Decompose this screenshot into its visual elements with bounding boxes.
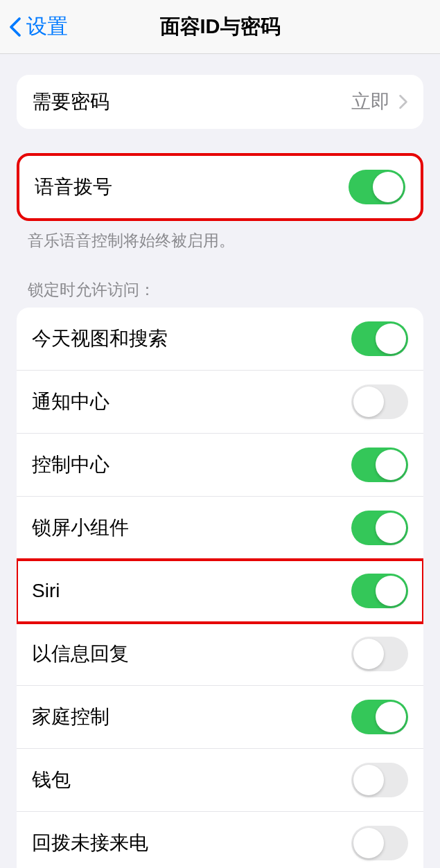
lock-access-row: 控制中心 <box>17 434 423 497</box>
lock-access-label: 钱包 <box>32 767 71 793</box>
lock-access-group: 今天视图和搜索通知中心控制中心锁屏小组件Siri以信息回复家庭控制钱包回拨未接来… <box>17 308 423 868</box>
content-area: 需要密码 立即 语音拨号 音乐语音控制将始终被启用。 锁定时允许访问： 今天 <box>0 75 440 868</box>
chevron-left-icon <box>8 17 22 37</box>
lock-access-toggle[interactable] <box>351 763 408 797</box>
lock-access-toggle[interactable] <box>351 574 408 608</box>
lock-access-toggle[interactable] <box>351 637 408 671</box>
require-passcode-row[interactable]: 需要密码 立即 <box>17 75 423 129</box>
lock-access-row: Siri <box>17 560 423 623</box>
voice-dial-toggle[interactable] <box>349 170 405 204</box>
lock-access-toggle[interactable] <box>351 826 408 860</box>
lock-access-label: 回拨未接来电 <box>32 830 148 856</box>
voice-dial-label: 语音拨号 <box>35 174 112 200</box>
lock-access-toggle[interactable] <box>351 700 408 734</box>
lock-access-row: 以信息回复 <box>17 623 423 686</box>
lock-access-label: 今天视图和搜索 <box>32 326 168 352</box>
voice-dial-group: 语音拨号 <box>17 153 423 221</box>
lock-access-row: 通知中心 <box>17 371 423 434</box>
back-button[interactable]: 设置 <box>8 12 68 41</box>
nav-bar: 设置 面容ID与密码 <box>0 0 440 54</box>
page-title: 面容ID与密码 <box>160 13 281 41</box>
lock-access-toggle[interactable] <box>351 384 408 419</box>
lock-access-row: 钱包 <box>17 749 423 812</box>
lock-access-label: 控制中心 <box>32 452 109 478</box>
voice-dial-row: 语音拨号 <box>19 156 421 218</box>
lock-access-label: 以信息回复 <box>32 641 129 667</box>
require-passcode-label: 需要密码 <box>32 89 109 115</box>
lock-access-row: 家庭控制 <box>17 686 423 749</box>
lock-access-label: 通知中心 <box>32 389 109 415</box>
lock-access-label: Siri <box>32 580 60 602</box>
lock-access-toggle[interactable] <box>351 321 408 356</box>
lock-access-row: 今天视图和搜索 <box>17 308 423 371</box>
lock-access-toggle[interactable] <box>351 511 408 545</box>
lock-access-row: 回拨未接来电 <box>17 812 423 868</box>
lock-access-header: 锁定时允许访问： <box>0 279 440 308</box>
back-label: 设置 <box>26 12 68 41</box>
lock-access-label: 锁屏小组件 <box>32 515 129 541</box>
lock-access-toggle[interactable] <box>351 448 408 482</box>
chevron-right-icon <box>398 94 408 109</box>
lock-access-label: 家庭控制 <box>32 704 109 730</box>
require-passcode-group: 需要密码 立即 <box>17 75 423 129</box>
require-passcode-value: 立即 <box>351 89 390 115</box>
voice-dial-footer: 音乐语音控制将始终被启用。 <box>0 221 440 251</box>
lock-access-row: 锁屏小组件 <box>17 497 423 560</box>
